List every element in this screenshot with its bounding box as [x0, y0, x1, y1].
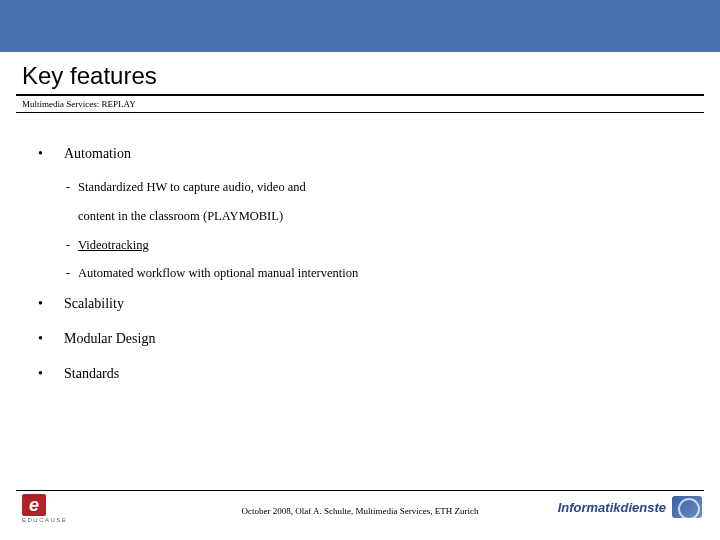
sub-text: Standardized HW to capture audio, video … — [78, 178, 306, 197]
sub-text: Videotracking — [78, 236, 149, 255]
bullet-modular: • Modular Design — [38, 328, 704, 349]
bullet-icon: • — [38, 143, 64, 164]
slide-title: Key features — [22, 62, 720, 90]
informatikdienste-logo: Informatikdienste — [558, 496, 702, 518]
bullet-icon: • — [38, 363, 64, 384]
sub-item: - Standardized HW to capture audio, vide… — [66, 178, 704, 197]
bullet-standards: • Standards — [38, 363, 704, 384]
sub-item-cont: content in the classroom (PLAYMOBIL) — [78, 207, 704, 226]
bullet-label: Modular Design — [64, 328, 155, 349]
bullet-label: Standards — [64, 363, 119, 384]
dash-icon: - — [66, 178, 78, 197]
educause-caption: EDUCAUSE — [22, 517, 67, 523]
sub-item: - Videotracking — [66, 236, 704, 255]
sub-text: Automated workflow with optional manual … — [78, 264, 358, 283]
bullet-automation: • Automation — [38, 143, 704, 164]
dash-icon: - — [66, 264, 78, 283]
subtitle-rule — [16, 112, 704, 113]
bullet-icon: • — [38, 328, 64, 349]
bullet-scalability: • Scalability — [38, 293, 704, 314]
bullet-label: Scalability — [64, 293, 124, 314]
title-rule — [16, 94, 704, 96]
dash-icon: - — [66, 236, 78, 255]
sub-item: - Automated workflow with optional manua… — [66, 264, 704, 283]
bullet-label: Automation — [64, 143, 131, 164]
footer-rule — [16, 490, 704, 491]
informatikdienste-word: Informatikdienste — [558, 500, 666, 515]
swirl-icon — [672, 496, 702, 518]
header-band — [0, 0, 720, 52]
content-area: • Automation - Standardized HW to captur… — [38, 143, 704, 384]
slide-subtitle: Multimedia Services: REPLAY — [22, 99, 720, 109]
bullet-icon: • — [38, 293, 64, 314]
